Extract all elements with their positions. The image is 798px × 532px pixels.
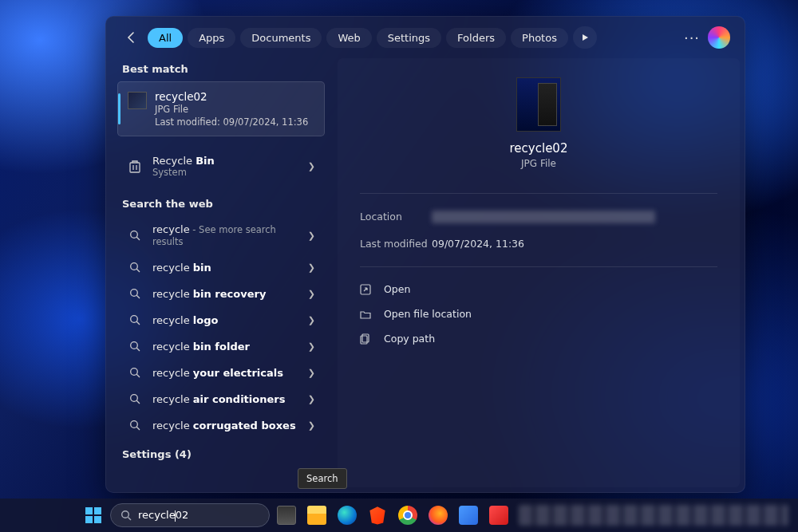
chevron-right-icon: ❯	[308, 315, 315, 325]
chevron-right-icon: ❯	[308, 394, 315, 404]
chevron-right-icon: ❯	[308, 289, 315, 299]
search-icon	[127, 230, 143, 242]
search-icon	[127, 288, 143, 300]
tab-photos[interactable]: Photos	[511, 28, 568, 48]
section-best-match: Best match	[114, 58, 331, 81]
taskbar-tray-redacted	[519, 505, 788, 526]
svg-point-12	[122, 511, 129, 518]
tab-documents[interactable]: Documents	[240, 28, 322, 48]
chevron-right-icon: ❯	[308, 262, 315, 273]
web-result-3[interactable]: recycle logo❯	[116, 307, 326, 333]
best-match-modified: Last modified: 09/07/2024, 11:36	[155, 116, 314, 128]
search-icon	[127, 341, 143, 353]
web-result-0[interactable]: recycle - See more search results❯	[116, 216, 326, 254]
tab-folders[interactable]: Folders	[446, 28, 506, 48]
preview-title: recycle02	[510, 141, 568, 156]
result-recycle-bin[interactable]: Recycle Bin System ❯	[116, 148, 326, 185]
play-icon	[581, 33, 589, 41]
search-icon	[127, 393, 143, 405]
back-button[interactable]	[120, 26, 143, 49]
search-tooltip: Search	[298, 468, 347, 489]
chevron-right-icon: ❯	[308, 368, 315, 378]
search-tabs-row: All Apps Documents Web Settings Folders …	[106, 17, 745, 52]
chrome-button[interactable]	[394, 502, 421, 529]
web-result-4[interactable]: recycle bin folder❯	[116, 333, 326, 360]
start-button[interactable]	[80, 502, 107, 529]
firefox-button[interactable]	[425, 502, 452, 529]
svg-point-6	[130, 368, 137, 376]
taskbar: recycle02	[0, 499, 798, 532]
preview-filetype: JPG File	[521, 158, 556, 169]
tab-all[interactable]: All	[148, 28, 183, 48]
svg-point-7	[130, 395, 137, 402]
arrow-left-icon	[125, 31, 138, 44]
chevron-right-icon: ❯	[308, 420, 315, 431]
svg-point-4	[130, 316, 137, 323]
action-copy-path[interactable]: Copy path	[360, 326, 717, 351]
web-result-1[interactable]: recycle bin❯	[116, 254, 326, 281]
search-icon	[127, 314, 143, 326]
svg-point-1	[130, 231, 137, 238]
web-result-2[interactable]: recycle bin recovery❯	[116, 281, 326, 307]
windows-search-panel: All Apps Documents Web Settings Folders …	[105, 16, 745, 493]
best-match-type: JPG File	[155, 104, 314, 115]
svg-rect-0	[130, 163, 140, 172]
web-result-6[interactable]: recycle air conditioners❯	[116, 386, 326, 412]
section-settings: Settings (4)	[114, 443, 331, 467]
chevron-right-icon: ❯	[308, 161, 315, 171]
svg-point-5	[130, 342, 137, 349]
search-icon	[127, 420, 143, 432]
file-thumbnail-icon	[128, 92, 147, 109]
tab-web[interactable]: Web	[326, 28, 371, 48]
chevron-right-icon: ❯	[308, 341, 315, 352]
file-explorer-button[interactable]	[303, 502, 330, 529]
edge-button[interactable]	[334, 502, 361, 529]
web-result-5[interactable]: recycle your electricals❯	[116, 360, 326, 386]
section-search-web: Search the web	[114, 193, 331, 216]
search-icon	[127, 367, 143, 379]
best-match-result[interactable]: recycle02 JPG File Last modified: 09/07/…	[117, 81, 325, 136]
copilot-button[interactable]	[708, 26, 730, 49]
tab-overflow[interactable]	[573, 26, 597, 49]
location-value-redacted	[432, 211, 655, 223]
preview-pane: recycle02 JPG File Location Last modifie…	[338, 58, 740, 487]
copy-icon	[360, 333, 373, 345]
meta-location: Location	[360, 203, 717, 231]
search-icon	[120, 510, 132, 521]
tab-settings[interactable]: Settings	[377, 28, 441, 48]
action-open[interactable]: Open	[360, 277, 717, 301]
task-view-button[interactable]	[273, 502, 300, 529]
svg-point-2	[130, 263, 137, 270]
folder-icon	[360, 309, 373, 320]
brave-button[interactable]	[364, 502, 391, 529]
more-options-button[interactable]: ···	[681, 26, 703, 49]
tab-apps[interactable]: Apps	[188, 28, 235, 48]
open-icon	[360, 284, 373, 295]
svg-point-3	[130, 290, 137, 297]
app-red-button[interactable]	[485, 502, 512, 529]
results-column: Best match recycle02 JPG File Last modif…	[114, 52, 331, 487]
best-match-title: recycle02	[155, 90, 314, 103]
action-open-location[interactable]: Open file location	[360, 301, 717, 326]
search-icon	[127, 262, 143, 274]
web-result-7[interactable]: recycle corrugated boxes❯	[116, 412, 326, 439]
recycle-bin-icon	[127, 160, 143, 174]
windows-logo-icon	[81, 502, 106, 528]
svg-point-8	[130, 421, 137, 428]
taskbar-search-input[interactable]: recycle02	[110, 503, 270, 527]
preview-thumbnail	[516, 77, 561, 132]
meta-modified: Last modified 09/07/2024, 11:36	[360, 231, 717, 257]
chevron-right-icon: ❯	[308, 231, 315, 241]
app-blue-button[interactable]	[455, 502, 482, 529]
